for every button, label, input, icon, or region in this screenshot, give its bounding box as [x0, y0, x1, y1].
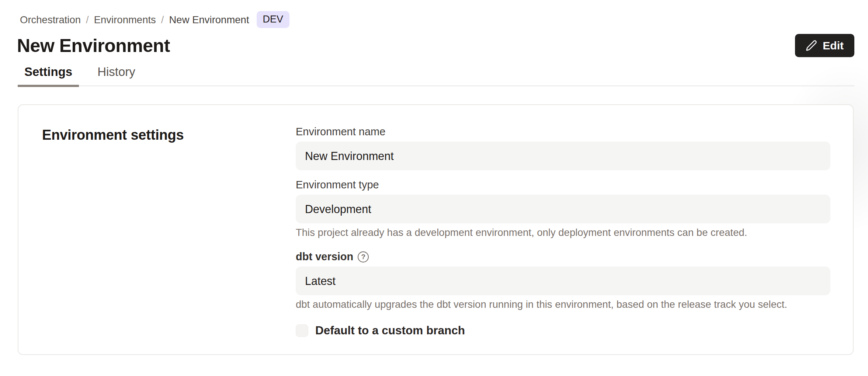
card-heading: Environment settings [42, 127, 296, 143]
environment-type-helper: This project already has a development e… [296, 227, 830, 239]
page: Orchestration / Environments / New Envir… [0, 0, 868, 376]
breadcrumb-item-new-environment: New Environment [169, 14, 249, 26]
custom-branch-row: Default to a custom branch [296, 324, 830, 337]
breadcrumb-item-environments[interactable]: Environments [94, 14, 156, 26]
spacer [296, 310, 830, 324]
field-dbt-version: dbt version ? Latest dbt automatically u… [296, 251, 830, 310]
dbt-version-input[interactable]: Latest [296, 267, 830, 295]
environment-type-label-text: Environment type [296, 179, 379, 191]
content: Orchestration / Environments / New Envir… [0, 0, 868, 355]
page-header: New Environment Edit [18, 34, 854, 57]
spacer [296, 170, 830, 179]
environment-name-value: New Environment [305, 150, 394, 163]
environment-name-input[interactable]: New Environment [296, 142, 830, 170]
environment-name-label-text: Environment name [296, 126, 385, 138]
environment-type-value: Development [305, 203, 371, 216]
env-dev-badge: DEV [257, 11, 290, 28]
tab-settings[interactable]: Settings [18, 65, 79, 87]
card-left-column: Environment settings [42, 126, 296, 354]
dbt-version-value: Latest [305, 275, 336, 288]
spacer [296, 239, 830, 251]
page-title: New Environment [17, 35, 170, 56]
pencil-icon [806, 40, 817, 51]
environment-settings-card: Environment settings Environment name Ne… [18, 104, 854, 355]
dbt-version-label: dbt version ? [296, 251, 830, 263]
custom-branch-label: Default to a custom branch [315, 324, 465, 337]
environment-name-label: Environment name [296, 126, 830, 138]
custom-branch-checkbox[interactable] [296, 324, 308, 337]
environment-type-input[interactable]: Development [296, 195, 830, 223]
tab-bar: Settings History [18, 65, 854, 86]
edit-button-label: Edit [823, 39, 844, 52]
breadcrumb: Orchestration / Environments / New Envir… [20, 0, 854, 28]
field-environment-type: Environment type Development This projec… [296, 179, 830, 239]
field-environment-name: Environment name New Environment [296, 126, 830, 170]
tab-history[interactable]: History [91, 65, 142, 86]
dbt-version-helper: dbt automatically upgrades the dbt versi… [296, 299, 830, 310]
breadcrumb-separator: / [86, 14, 89, 26]
help-circle-icon[interactable]: ? [358, 251, 369, 262]
environment-type-label: Environment type [296, 179, 830, 191]
breadcrumb-separator: / [161, 14, 164, 26]
dbt-version-label-text: dbt version [296, 251, 353, 263]
breadcrumb-item-orchestration[interactable]: Orchestration [20, 14, 81, 26]
edit-button[interactable]: Edit [795, 34, 854, 57]
card-form-column: Environment name New Environment Environ… [296, 126, 830, 354]
